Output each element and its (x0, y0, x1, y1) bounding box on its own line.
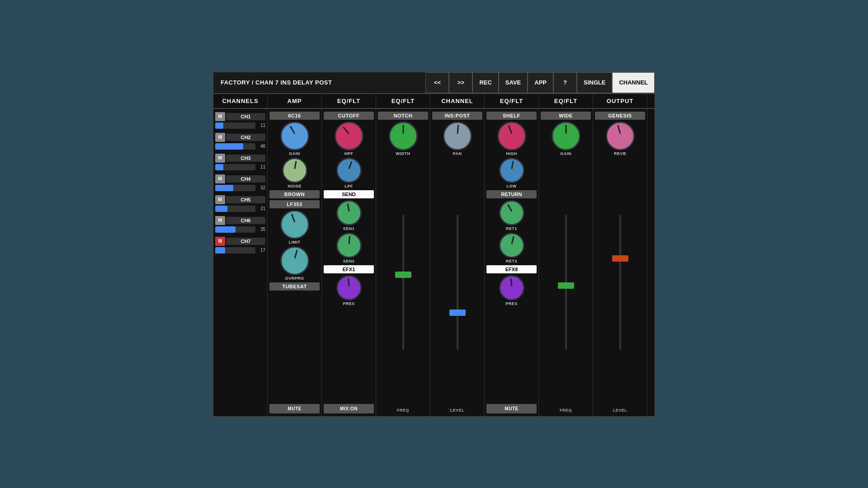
width-knob[interactable] (389, 122, 418, 150)
amp-preset3[interactable]: LF353 (269, 200, 320, 208)
pres3-knob[interactable] (499, 275, 524, 300)
noise-knob-wrap: NOISE (282, 158, 307, 188)
mute-btn-ch6[interactable]: M (215, 216, 225, 225)
channel-button[interactable]: CHANNEL (612, 72, 655, 93)
freq-fader-track (402, 215, 404, 350)
app-button[interactable]: APP (528, 72, 553, 93)
channel-item-ch1: MCH1 (215, 112, 265, 121)
noise-label: NOISE (288, 184, 302, 188)
channel-label-ch7: CH7 (226, 238, 265, 245)
fader-bg-ch1[interactable] (215, 122, 255, 129)
ret1-knob[interactable] (499, 200, 524, 225)
fader-bg-ch7[interactable] (215, 247, 255, 253)
amp-preset4[interactable]: TUBESAT (269, 282, 320, 291)
pan-label: PAN (453, 151, 462, 156)
fader-fill-ch4 (215, 185, 233, 191)
mute-btn-ch2[interactable]: M (215, 133, 225, 142)
fader-bg-ch5[interactable] (215, 206, 255, 212)
fader-val-ch7: 17 (257, 248, 265, 253)
pres3-label: PRES (505, 301, 518, 306)
pres1-knob[interactable] (336, 275, 362, 300)
gain-label: GAIN (289, 151, 300, 156)
channel-label-ch1: CH1 (226, 113, 265, 120)
sen1-knob[interactable] (336, 200, 362, 225)
fader-row-ch1: 11 (215, 122, 265, 129)
channel-item-ch2: MCH2 (215, 133, 265, 142)
header-eq-flt3: EQ/FLT (485, 94, 539, 108)
hpf-knob[interactable] (335, 122, 363, 150)
sen2-knob[interactable] (336, 233, 362, 258)
header-eq-flt1: EQ/FLT (322, 94, 376, 108)
next-button[interactable]: >> (449, 72, 472, 93)
gain4-knob[interactable] (552, 122, 580, 150)
freq-fader-handle[interactable] (395, 272, 411, 278)
fader-val-ch3: 11 (257, 164, 265, 169)
level-fader-handle[interactable] (449, 310, 466, 316)
ovrpro-label: OVRPRO (285, 276, 304, 281)
fader-bg-ch6[interactable] (215, 226, 255, 233)
fader-fill-ch3 (215, 164, 223, 170)
gain4-label: GAIN (560, 151, 571, 156)
gain-knob[interactable] (280, 122, 309, 150)
single-button[interactable]: SINGLE (577, 72, 612, 93)
eq-flt2-column: NOTCH WIDTH FREQ (376, 109, 430, 416)
notch-preset[interactable]: NOTCH (378, 112, 428, 120)
pan-knob[interactable] (443, 122, 472, 150)
revb-knob[interactable] (606, 122, 635, 150)
lpf-label: LPF (344, 184, 353, 188)
header-channels: CHANNELS (213, 94, 268, 108)
amp-column: 6C16 GAIN NOISE BROWN LF353 (268, 109, 322, 416)
hpf-knob-wrap: HPF (335, 122, 363, 156)
fader-val-ch5: 21 (257, 206, 265, 211)
help-button[interactable]: ? (553, 72, 577, 93)
save-button[interactable]: SAVE (499, 72, 528, 93)
fader-bg-ch3[interactable] (215, 164, 255, 170)
eq-flt3-column: SHELF HIGH LOW RETURN RET1 (485, 109, 539, 416)
ovrpro-knob[interactable] (280, 246, 309, 275)
mute-btn-ch4[interactable]: M (215, 174, 225, 183)
fader-val-ch6: 35 (257, 227, 265, 232)
low-knob[interactable] (499, 158, 524, 183)
lpf-knob[interactable] (336, 158, 362, 183)
mute-btn-ch3[interactable]: M (215, 154, 225, 163)
wide-preset[interactable]: WIDE (541, 112, 591, 120)
sen1-label: SEN1 (343, 226, 355, 231)
fader-fill-ch6 (215, 226, 236, 233)
top-bar: FACTORY / CHAN 7 INS DELAY POST << >> RE… (213, 72, 655, 94)
level-fader-label: LEVEL (450, 407, 465, 413)
cutoff-preset[interactable]: CUTOFF (324, 112, 374, 120)
revb-label: REVB (614, 151, 626, 156)
eq-flt3-mute-button[interactable]: MUTE (486, 404, 537, 413)
header-eq-flt4: EQ/FLT (539, 94, 593, 108)
mute-btn-ch1[interactable]: M (215, 112, 225, 121)
ret2-knob[interactable] (499, 233, 524, 258)
genesis-preset[interactable]: GENESIS (595, 112, 645, 120)
mute-btn-ch7[interactable]: M (215, 237, 225, 246)
amp-preset2[interactable]: BROWN (269, 190, 320, 198)
gain4-knob-wrap: GAIN (552, 122, 580, 156)
preset-label: FACTORY / CHAN 7 INS DELAY POST (213, 79, 425, 86)
mute-btn-ch5[interactable]: M (215, 195, 225, 204)
output-fader-handle[interactable] (612, 255, 628, 262)
amp-mute-button[interactable]: MUTE (269, 404, 320, 413)
amp-preset[interactable]: 6C16 (269, 112, 320, 120)
limit-knob[interactable] (280, 210, 309, 239)
mixon-button[interactable]: MIX:ON (324, 404, 374, 413)
fader-bg-ch2[interactable] (215, 143, 255, 150)
high-label: HIGH (506, 151, 517, 156)
main-content: MCH111MCH246MCH311MCH432MCH521MCH635MCH7… (213, 109, 655, 416)
high-knob[interactable] (497, 122, 526, 150)
eq-flt4-fader-handle[interactable] (558, 282, 574, 289)
fader-row-ch4: 32 (215, 185, 265, 191)
sen2-knob-wrap: SEN2 (336, 233, 362, 263)
ret2-knob-wrap: RET2 (499, 233, 524, 263)
channel-item-ch3: MCH3 (215, 154, 265, 163)
rec-button[interactable]: REC (472, 72, 498, 93)
shelf-preset[interactable]: SHELF (486, 112, 537, 120)
revb-knob-wrap: REVB (606, 122, 635, 156)
fader-row-ch3: 11 (215, 164, 265, 170)
prev-button[interactable]: << (425, 72, 449, 93)
noise-knob[interactable] (282, 158, 307, 183)
inspost-preset[interactable]: INS:POST (432, 112, 482, 120)
fader-bg-ch4[interactable] (215, 185, 255, 191)
